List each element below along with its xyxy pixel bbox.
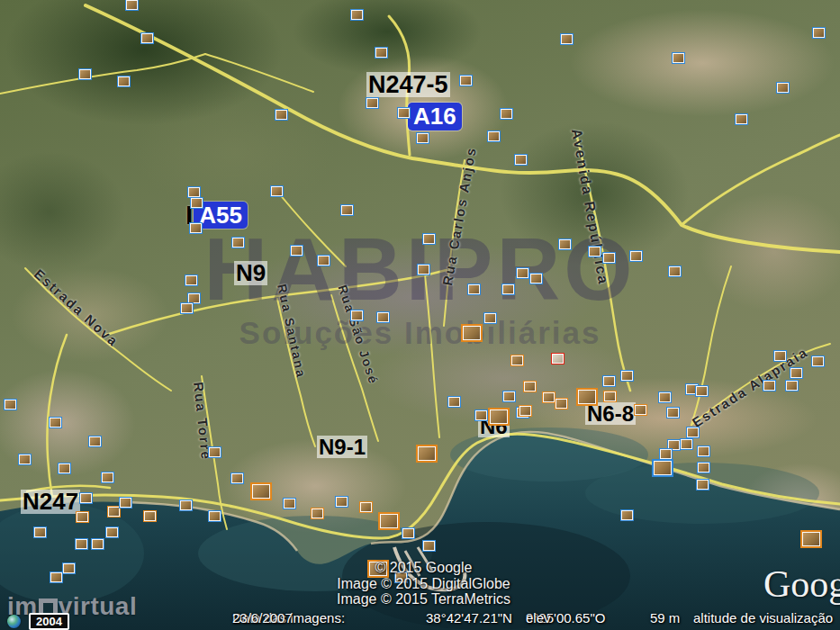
photo-marker[interactable] [672, 52, 685, 64]
photo-marker[interactable] [602, 375, 616, 387]
photo-marker[interactable] [180, 302, 194, 314]
photo-marker[interactable] [290, 245, 303, 256]
photo-marker[interactable] [514, 154, 528, 166]
photo-marker[interactable] [697, 462, 710, 473]
photo-marker[interactable] [461, 324, 483, 342]
photo-marker[interactable] [785, 380, 799, 392]
photo-marker[interactable] [602, 252, 616, 264]
photo-marker[interactable] [652, 459, 673, 477]
photo-marker[interactable] [459, 75, 473, 86]
photo-marker[interactable] [376, 311, 390, 323]
photo-marker[interactable] [190, 197, 203, 209]
photo-marker[interactable] [208, 510, 221, 522]
photo-marker[interactable] [119, 497, 132, 508]
photo-marker[interactable] [763, 380, 776, 392]
photo-marker[interactable] [776, 82, 790, 94]
photo-marker[interactable] [576, 388, 598, 406]
photo-marker[interactable] [397, 107, 411, 119]
photo-marker[interactable] [378, 512, 400, 530]
photo-marker[interactable] [773, 350, 787, 362]
photo-marker[interactable] [790, 367, 803, 379]
photo-marker[interactable] [125, 0, 139, 11]
photo-marker[interactable] [417, 264, 430, 275]
photo-marker[interactable] [366, 97, 379, 109]
photo-marker[interactable] [143, 510, 157, 522]
photo-marker[interactable] [629, 250, 643, 262]
photo-marker[interactable] [634, 404, 647, 416]
photo-marker[interactable] [88, 436, 102, 447]
photo-marker[interactable] [50, 572, 63, 583]
photo-marker[interactable] [516, 267, 529, 279]
photo-marker[interactable] [811, 356, 825, 367]
photo-marker[interactable] [555, 398, 568, 410]
photo-marker[interactable] [179, 500, 193, 511]
photo-marker[interactable] [658, 392, 672, 403]
photo-marker[interactable] [101, 472, 114, 483]
photo-marker[interactable] [189, 222, 203, 234]
photo-marker[interactable] [402, 527, 415, 539]
photo-marker[interactable] [519, 405, 532, 417]
photo-marker[interactable] [474, 410, 488, 421]
photo-marker[interactable] [250, 482, 272, 500]
photo-marker[interactable] [78, 68, 92, 80]
photo-marker[interactable] [467, 284, 481, 295]
photo-marker[interactable] [350, 9, 364, 21]
photo-marker[interactable] [117, 76, 131, 87]
photo-marker[interactable] [33, 526, 47, 538]
photo-marker[interactable] [686, 427, 700, 438]
photo-marker[interactable] [668, 266, 682, 277]
photo-marker[interactable] [447, 396, 461, 408]
photo-marker[interactable] [620, 509, 634, 521]
photo-marker[interactable] [4, 399, 17, 410]
photo-marker[interactable] [422, 233, 436, 245]
photo-marker[interactable] [529, 273, 543, 284]
photo-marker[interactable] [350, 310, 364, 321]
photo-marker[interactable] [375, 47, 388, 58]
photo-marker[interactable] [270, 185, 284, 197]
photo-marker[interactable] [697, 446, 710, 457]
photo-marker[interactable] [317, 255, 330, 266]
photo-marker[interactable] [18, 454, 32, 465]
photo-marker[interactable] [340, 204, 354, 216]
photo-marker[interactable] [416, 445, 438, 463]
photo-marker[interactable] [620, 370, 634, 382]
photo-marker[interactable] [487, 130, 501, 142]
photo-marker[interactable] [140, 32, 154, 44]
photo-marker[interactable] [680, 438, 693, 450]
photo-marker[interactable] [79, 492, 93, 504]
photo-marker[interactable] [500, 108, 513, 120]
photo-marker[interactable] [275, 109, 288, 121]
photo-marker[interactable] [231, 237, 245, 248]
photo-marker[interactable] [62, 562, 76, 574]
photo-marker[interactable] [523, 381, 537, 392]
photo-marker[interactable] [488, 408, 510, 426]
photo-marker[interactable] [696, 479, 709, 490]
photo-marker[interactable] [230, 472, 244, 484]
satellite-map-viewport[interactable]: HABIPRO Soluções Imobiliárias Estrada No… [0, 0, 840, 630]
photo-marker[interactable] [800, 530, 822, 548]
photo-marker[interactable] [208, 446, 221, 458]
photo-marker[interactable] [542, 392, 555, 403]
photo-marker[interactable] [502, 391, 516, 402]
photo-marker[interactable] [311, 508, 324, 519]
photo-marker[interactable] [588, 246, 601, 257]
photo-marker[interactable] [185, 274, 198, 286]
photo-marker[interactable] [735, 113, 748, 125]
photo-marker[interactable] [558, 238, 572, 250]
photo-marker[interactable] [416, 132, 429, 144]
photo-marker[interactable] [91, 538, 104, 550]
photo-marker[interactable] [335, 496, 348, 508]
photo-marker[interactable] [603, 391, 617, 402]
photo-marker[interactable] [49, 417, 62, 428]
photo-marker[interactable] [812, 27, 826, 39]
photo-marker[interactable] [510, 355, 524, 366]
photo-marker[interactable] [666, 407, 680, 418]
photo-marker[interactable] [76, 511, 89, 523]
photo-marker[interactable] [58, 463, 71, 474]
photo-marker[interactable] [75, 538, 88, 550]
photo-marker[interactable] [283, 498, 296, 509]
photo-marker[interactable] [695, 385, 709, 397]
photo-marker[interactable] [501, 284, 515, 295]
photo-marker[interactable] [105, 526, 119, 538]
photo-marker[interactable] [551, 353, 565, 364]
